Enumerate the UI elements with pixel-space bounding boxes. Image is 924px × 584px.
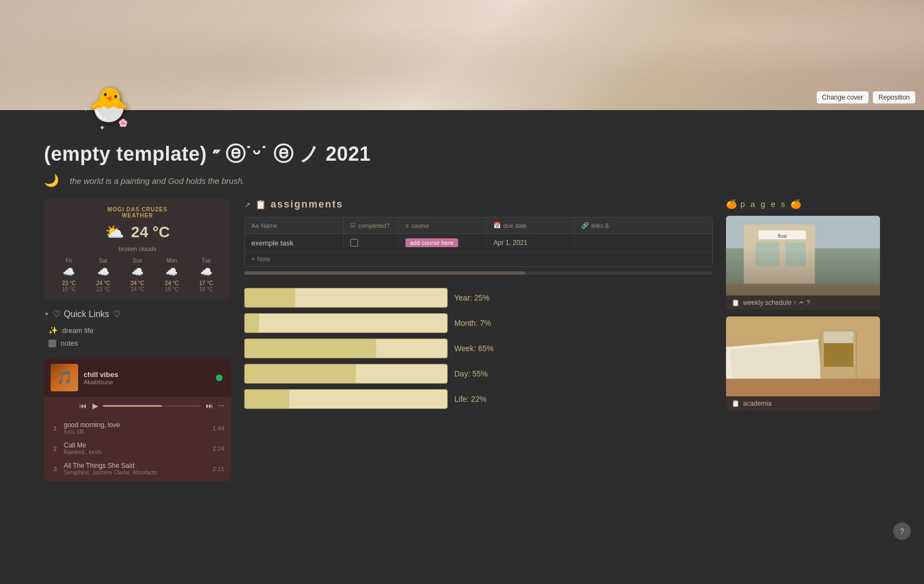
share-button[interactable]: ⋯ xyxy=(218,402,224,410)
new-row-label: + New xyxy=(251,255,270,263)
weather-widget: MOGI DAS CRUZES WEATHER ⛅ 24 °C broken c… xyxy=(44,199,231,300)
academia-label-icon: 📋 xyxy=(732,400,740,407)
weekly-label-icon: 📋 xyxy=(732,299,740,307)
col-course: ≡ course xyxy=(399,217,487,233)
weather-location: MOGI DAS CRUZES WEATHER xyxy=(53,206,222,219)
weather-main: ⛅ 24 °C xyxy=(53,223,222,241)
week-progress-fill xyxy=(245,339,376,358)
change-cover-button[interactable]: Change cover xyxy=(817,91,869,103)
col-due-date: 📅 due date xyxy=(487,217,575,233)
svg-rect-3 xyxy=(756,242,779,266)
track-num-2: 2 xyxy=(51,445,59,452)
week-progress-bar xyxy=(244,339,448,358)
sparkle-3: ✦ xyxy=(99,123,106,132)
course-badge: add course here xyxy=(405,238,458,247)
track-num-1: 1 xyxy=(51,425,59,432)
day-progress-label: Day: 55% xyxy=(454,369,488,378)
music-controls: ⏮ ▶ ⏭ ⋯ xyxy=(44,397,231,416)
page-card-weekly-image: float xyxy=(726,216,880,296)
weather-forecast: Fri ☁️ 23 °C 15 °C Sat ☁️ 24 °C 13 °C Su… xyxy=(53,258,222,292)
help-button[interactable]: ? xyxy=(893,522,911,540)
forecast-sat: Sat ☁️ 24 °C 13 °C xyxy=(87,258,119,292)
page-card-weekly[interactable]: float 📋 weekly schedule ↑ ·•· ? xyxy=(726,216,880,310)
heart-right-icon: ♡ xyxy=(113,309,120,319)
track-duration-3: 2:11 xyxy=(213,466,224,472)
left-column: MOGI DAS CRUZES WEATHER ⛅ 24 °C broken c… xyxy=(44,199,231,490)
quick-link-notes-label: notes xyxy=(61,339,78,347)
track-num-3: 3 xyxy=(51,466,59,472)
page-icon: 🐣 xyxy=(88,86,129,123)
track-item[interactable]: 2 Call Me Rainlord., keshi 2:24 xyxy=(44,438,231,459)
track-duration-2: 2:24 xyxy=(213,445,224,452)
quick-links-header[interactable]: ▼ ♡ Quick Links ♡ xyxy=(44,309,231,319)
checkbox[interactable] xyxy=(350,239,358,247)
album-art: 🎵 xyxy=(51,364,78,391)
svg-rect-4 xyxy=(785,242,806,266)
assignments-table: Aa Name ☑ completed? ≡ course 📅 xyxy=(244,217,713,267)
day-progress-bar xyxy=(244,364,448,384)
next-track-button[interactable]: ⏭ xyxy=(205,400,215,411)
sparkle-link-icon: ✨ xyxy=(48,326,58,335)
link-arrow-icon[interactable]: ↗ xyxy=(244,200,251,209)
notes-block-icon xyxy=(48,340,56,347)
prev-track-button[interactable]: ⏮ xyxy=(78,400,88,411)
assignments-section: ↗ 📋 assignments Aa Name ☑ completed? xyxy=(244,199,713,275)
pages-title: p a g e s xyxy=(740,199,787,209)
forecast-tue: Tue ☁️ 17 °C 16 °C xyxy=(190,258,222,292)
table-header: Aa Name ☑ completed? ≡ course 📅 xyxy=(245,217,712,234)
col-name-icon: Aa xyxy=(251,222,258,229)
svg-rect-12 xyxy=(824,343,854,367)
forecast-mon: Mon ☁️ 24 °C 15 °C xyxy=(156,258,188,292)
forecast-sun: Sun ☁️ 24 °C 14 °C xyxy=(122,258,153,292)
cell-course[interactable]: add course here xyxy=(399,234,487,252)
track-artist-3: Seraphine, Jasmine Clarke, Absofacto xyxy=(64,470,208,476)
weather-cloud-icon: ⛅ xyxy=(105,223,124,241)
month-progress-bar xyxy=(244,313,448,333)
track-artist-1: tysu, tiffi xyxy=(64,429,208,435)
year-progress-fill xyxy=(245,288,295,307)
quick-link-notes[interactable]: notes xyxy=(44,337,231,350)
year-progress-bar xyxy=(244,288,448,308)
forecast-fri: Fri ☁️ 23 °C 15 °C xyxy=(53,258,85,292)
cell-completed[interactable] xyxy=(344,234,399,252)
week-progress-label: Week: 65% xyxy=(454,344,493,353)
track-item[interactable]: 1 good morning, love tysu, tiffi 1:44 xyxy=(44,418,231,438)
pages-left-icon: 🍊 xyxy=(726,199,737,209)
music-title: chill vibes xyxy=(84,370,209,379)
cell-links xyxy=(575,234,630,252)
music-progress-bar[interactable] xyxy=(103,405,201,407)
col-links: 🔗 links & xyxy=(575,217,630,233)
track-duration-1: 1:44 xyxy=(213,425,224,432)
spotify-icon[interactable]: ⏺ xyxy=(215,372,224,384)
page-card-academia-image xyxy=(726,316,880,396)
progress-month: Month: 7% xyxy=(244,313,713,333)
track-info-1: good morning, love tysu, tiffi xyxy=(64,421,208,435)
quick-links-section: ▼ ♡ Quick Links ♡ ✨ dream life notes xyxy=(44,309,231,350)
heart-left-icon: ♡ xyxy=(53,309,61,319)
col-completed: ☑ completed? xyxy=(344,217,399,233)
play-button[interactable]: ▶ xyxy=(91,400,100,411)
track-info-3: All The Things She Said Seraphine, Jasmi… xyxy=(64,462,208,476)
track-item[interactable]: 3 All The Things She Said Seraphine, Jas… xyxy=(44,459,231,479)
quick-links-title: Quick Links xyxy=(64,309,109,319)
assignments-header: ↗ 📋 assignments xyxy=(244,199,713,210)
year-progress-label: Year: 25% xyxy=(454,293,490,302)
right-column: 🍊 p a g e s 🍊 xyxy=(726,199,880,490)
svg-rect-14 xyxy=(726,379,880,396)
life-progress-label: Life: 22% xyxy=(454,395,486,403)
sparkle-1: ✦ xyxy=(82,105,89,113)
reposition-button[interactable]: Reposition xyxy=(873,91,915,103)
table-scrollbar[interactable] xyxy=(244,271,713,275)
month-progress-label: Month: 7% xyxy=(454,319,491,328)
quick-link-dream-life[interactable]: ✨ dream life xyxy=(44,324,231,337)
table-row[interactable]: exemple task add course here Apr 1, 2021 xyxy=(245,234,712,252)
sparkle-2: 🌸 xyxy=(118,118,128,127)
main-grid: MOGI DAS CRUZES WEATHER ⛅ 24 °C broken c… xyxy=(44,199,880,490)
collapse-triangle-icon: ▼ xyxy=(44,311,50,317)
assignment-icon: 📋 xyxy=(255,199,266,210)
new-row-button[interactable]: + New xyxy=(245,252,712,266)
page-card-academia[interactable]: 📋 academia xyxy=(726,316,880,411)
music-info: chill vibes Akakitsune xyxy=(84,370,209,385)
col-completed-icon: ☑ xyxy=(350,222,356,229)
music-artist: Akakitsune xyxy=(84,379,209,385)
